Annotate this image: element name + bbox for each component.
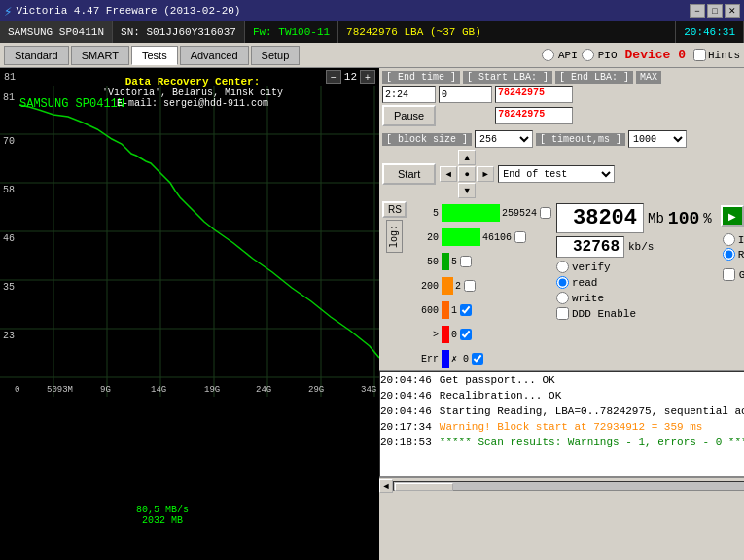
hist-bar-gt bbox=[442, 326, 449, 343]
write-label: write bbox=[572, 293, 604, 304]
api-pio-group: API PIO bbox=[542, 49, 618, 61]
write-option: write bbox=[556, 292, 712, 304]
write-radio[interactable] bbox=[556, 292, 569, 304]
hist-label-600: 600 bbox=[409, 305, 439, 316]
pio-radio[interactable] bbox=[582, 49, 594, 61]
log-msg-3: Starting Reading, LBA=0..78242975, seque… bbox=[440, 403, 744, 419]
tab-smart[interactable]: SMART bbox=[71, 46, 129, 65]
hist-label-err: Err bbox=[409, 354, 439, 365]
nav-bar: Standard SMART Tests Advanced Setup API … bbox=[0, 43, 744, 68]
ddd-checkbox[interactable] bbox=[556, 307, 569, 320]
drive-name: SAMSUNG SP0411N bbox=[0, 21, 113, 43]
hist-check-600[interactable] bbox=[460, 304, 472, 316]
block-size-label: [ block size ] bbox=[382, 133, 472, 146]
pio-label: PIO bbox=[598, 50, 618, 61]
rs-button[interactable]: RS bbox=[382, 201, 407, 218]
h-scroll-thumb[interactable] bbox=[395, 483, 453, 491]
nav-arrows: ▲ ◄ ● ► ▼ bbox=[440, 150, 494, 198]
log-time-1: 20:04:46 bbox=[380, 372, 432, 388]
hist-bar-err bbox=[442, 350, 449, 368]
arrow-left[interactable]: ◄ bbox=[440, 166, 457, 182]
log-entry-5: 20:18:53 ***** Scan results: Warnings - … bbox=[380, 435, 744, 450]
play-button[interactable]: ▶ bbox=[721, 205, 744, 227]
minimize-button[interactable]: − bbox=[690, 4, 705, 18]
arrow-up[interactable]: ▲ bbox=[458, 150, 476, 165]
speed-value: 12 bbox=[344, 71, 357, 83]
log-button[interactable]: log: bbox=[386, 220, 403, 253]
start-lba-input[interactable] bbox=[439, 86, 492, 103]
clock-display: 20:46:31 bbox=[676, 21, 744, 43]
hist-bar-20 bbox=[442, 228, 480, 246]
ignore-radio[interactable] bbox=[723, 233, 735, 246]
hints-label: Hints bbox=[708, 50, 740, 61]
max-label: MAX bbox=[636, 71, 661, 84]
title-bar-left: ⚡ Victoria 4.47 Freeware (2013-02-20) bbox=[4, 3, 240, 19]
tab-standard[interactable]: Standard bbox=[4, 46, 69, 65]
option-row1: Ignore Erase bbox=[723, 233, 744, 246]
lba-label-row: [ End time ] [ Start LBA: ] [ End LBA: ]… bbox=[382, 71, 744, 84]
status-dropdown[interactable]: End of test bbox=[498, 165, 615, 183]
maximize-button[interactable]: □ bbox=[707, 4, 723, 18]
pause-button[interactable]: Pause bbox=[382, 105, 436, 126]
arrow-center[interactable]: ● bbox=[458, 166, 476, 182]
hist-count-gt: 0 bbox=[451, 330, 457, 340]
window-controls: − □ ✕ bbox=[690, 4, 740, 18]
tab-setup[interactable]: Setup bbox=[251, 46, 301, 65]
hist-check-50[interactable] bbox=[460, 256, 472, 267]
drc-line1: 'Victoria', Belarus, Minsk city bbox=[102, 88, 283, 98]
hist-check-err[interactable] bbox=[472, 353, 483, 365]
close-button[interactable]: ✕ bbox=[725, 4, 740, 18]
app-window: ⚡ Victoria 4.47 Freeware (2013-02-20) − … bbox=[0, 0, 744, 560]
hist-bar-container-5: 259524 bbox=[442, 204, 537, 222]
transport-options: ▶ ◀◀ ▶▶| |▶▶ Ignore bbox=[717, 201, 744, 370]
kb-unit: kb/s bbox=[628, 241, 654, 253]
hist-check-gt[interactable] bbox=[460, 329, 472, 340]
kb-value: 32768 bbox=[556, 236, 624, 258]
hist-count-200: 2 bbox=[455, 281, 461, 292]
read-radio[interactable] bbox=[556, 276, 569, 289]
hist-check-5[interactable] bbox=[540, 207, 551, 219]
hist-bar-600 bbox=[442, 301, 449, 319]
firmware-version: Fw: TW100-11 bbox=[245, 21, 338, 43]
svg-text:14G: 14G bbox=[151, 385, 166, 395]
start-row: Start ▲ ◄ ● ► ▼ bbox=[382, 150, 744, 198]
svg-text:70: 70 bbox=[3, 136, 15, 147]
speed-minus-button[interactable]: − bbox=[326, 70, 341, 84]
speed-plus-button[interactable]: + bbox=[360, 70, 375, 84]
app-title: Victoria 4.47 Freeware (2013-02-20) bbox=[16, 5, 240, 17]
grid-checkbox[interactable] bbox=[723, 268, 735, 281]
lba-row3: Pause 78242975 bbox=[382, 105, 744, 126]
arrow-down[interactable]: ▼ bbox=[458, 183, 476, 198]
hist-bar-container-50: 5 bbox=[442, 253, 457, 270]
graph-y-label: 81 bbox=[4, 72, 16, 83]
hist-check-20[interactable] bbox=[514, 231, 526, 243]
app-icon: ⚡ bbox=[4, 3, 12, 19]
timeout-select[interactable]: 1000 2000 bbox=[628, 130, 687, 148]
hist-label-5: 5 bbox=[409, 208, 439, 219]
hist-bar-container-200: 2 bbox=[442, 277, 461, 295]
ignore-option: Ignore bbox=[723, 233, 744, 246]
hist-label-50: 50 bbox=[409, 257, 439, 267]
block-row: [ block size ] 256 512 1024 [ timeout,ms… bbox=[382, 130, 744, 148]
read-label: read bbox=[572, 277, 597, 289]
arrow-right[interactable]: ► bbox=[477, 166, 494, 182]
hist-count-err: ✗ 0 bbox=[451, 353, 469, 365]
end-time-input[interactable] bbox=[382, 86, 436, 103]
remap-radio[interactable] bbox=[723, 248, 735, 261]
log-entry-4: 20:17:34 Warning! Block start at 7293491… bbox=[380, 419, 744, 435]
tab-tests[interactable]: Tests bbox=[131, 46, 178, 65]
verify-radio[interactable] bbox=[556, 261, 569, 273]
api-radio[interactable] bbox=[542, 49, 554, 61]
graph-svg: 81 70 58 46 35 23 0 5093M 9G 14G 19G 24G… bbox=[0, 86, 379, 397]
drc-title: Data Recovery Center: bbox=[102, 76, 283, 88]
block-size-select[interactable]: 256 512 1024 bbox=[475, 130, 533, 148]
hints-checkbox[interactable] bbox=[693, 49, 706, 61]
scroll-left-button[interactable]: ◄ bbox=[379, 479, 393, 493]
hist-bar-container-err: ✗ 0 bbox=[442, 350, 469, 368]
log-panel: 20:04:46 Get passport... OK 20:04:46 Rec… bbox=[379, 370, 744, 477]
mb-unit: Mb bbox=[648, 211, 664, 227]
tab-advanced[interactable]: Advanced bbox=[180, 46, 249, 65]
hist-check-200[interactable] bbox=[464, 280, 476, 292]
start-button[interactable]: Start bbox=[382, 163, 436, 185]
lba-value-row: 78242975 bbox=[382, 86, 744, 103]
